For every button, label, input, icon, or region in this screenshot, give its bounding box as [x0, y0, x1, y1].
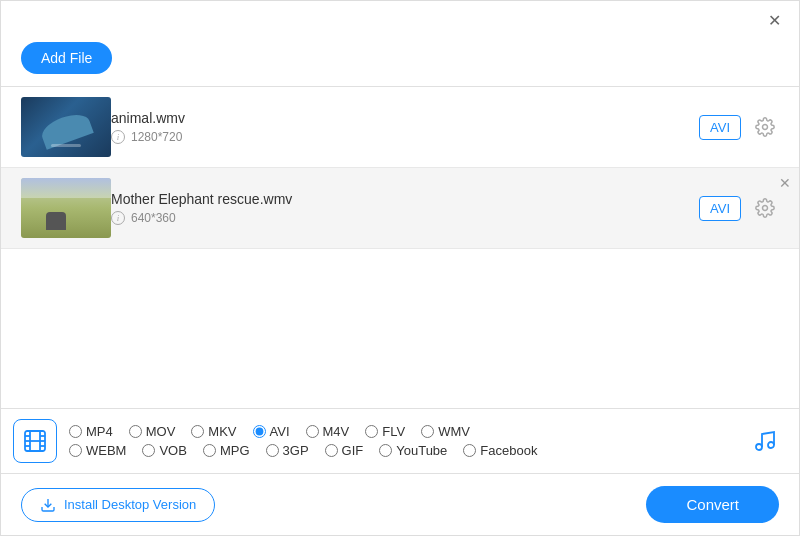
table-row: animal.wmv i 1280*720 AVI — [1, 87, 799, 168]
radio-youtube[interactable]: YouTube — [379, 443, 447, 458]
install-desktop-button[interactable]: Install Desktop Version — [21, 488, 215, 522]
format-options: MP4 MOV MKV AVI M4V FLV WM — [69, 424, 735, 458]
radio-vob[interactable]: VOB — [142, 443, 186, 458]
file-info: Mother Elephant rescue.wmv i 640*360 — [111, 191, 699, 225]
radio-facebook[interactable]: Facebook — [463, 443, 537, 458]
action-bar: Install Desktop Version Convert — [1, 474, 799, 535]
add-file-button[interactable]: Add File — [21, 42, 112, 74]
file-actions: AVI — [699, 113, 779, 141]
close-button[interactable]: ✕ — [762, 9, 787, 32]
item-close-button[interactable]: ✕ — [779, 176, 791, 190]
svg-point-10 — [756, 444, 762, 450]
bottom-section: MP4 MOV MKV AVI M4V FLV WM — [1, 408, 799, 535]
download-icon — [40, 497, 56, 513]
title-bar: ✕ — [1, 1, 799, 36]
install-label: Install Desktop Version — [64, 497, 196, 512]
file-name: animal.wmv — [111, 110, 699, 126]
radio-gif[interactable]: GIF — [325, 443, 364, 458]
radio-mpg[interactable]: MPG — [203, 443, 250, 458]
svg-point-0 — [763, 125, 768, 130]
svg-point-11 — [768, 442, 774, 448]
radio-flv[interactable]: FLV — [365, 424, 405, 439]
file-meta: i 1280*720 — [111, 130, 699, 144]
settings-icon[interactable] — [751, 113, 779, 141]
radio-m4v[interactable]: M4V — [306, 424, 350, 439]
audio-format-icon[interactable] — [743, 419, 787, 463]
format-badge[interactable]: AVI — [699, 115, 741, 140]
file-resolution: 1280*720 — [131, 130, 182, 144]
info-icon: i — [111, 130, 125, 144]
radio-wmv[interactable]: WMV — [421, 424, 470, 439]
table-row: Mother Elephant rescue.wmv i 640*360 AVI… — [1, 168, 799, 249]
radio-mp4[interactable]: MP4 — [69, 424, 113, 439]
radio-mkv[interactable]: MKV — [191, 424, 236, 439]
radio-mov[interactable]: MOV — [129, 424, 176, 439]
radio-avi[interactable]: AVI — [253, 424, 290, 439]
file-name: Mother Elephant rescue.wmv — [111, 191, 699, 207]
info-icon: i — [111, 211, 125, 225]
format-bar: MP4 MOV MKV AVI M4V FLV WM — [1, 408, 799, 474]
file-meta: i 640*360 — [111, 211, 699, 225]
format-badge[interactable]: AVI — [699, 196, 741, 221]
convert-button[interactable]: Convert — [646, 486, 779, 523]
settings-icon[interactable] — [751, 194, 779, 222]
file-thumbnail — [21, 97, 111, 157]
file-resolution: 640*360 — [131, 211, 176, 225]
video-format-icon[interactable] — [13, 419, 57, 463]
file-info: animal.wmv i 1280*720 — [111, 110, 699, 144]
file-thumbnail — [21, 178, 111, 238]
file-actions: AVI — [699, 194, 779, 222]
file-list: animal.wmv i 1280*720 AVI Mother Elephan… — [1, 87, 799, 249]
svg-point-1 — [763, 206, 768, 211]
header: Add File — [1, 36, 799, 86]
format-row-2: WEBM VOB MPG 3GP GIF YouTube — [69, 443, 735, 458]
radio-webm[interactable]: WEBM — [69, 443, 126, 458]
radio-3gp[interactable]: 3GP — [266, 443, 309, 458]
format-row-1: MP4 MOV MKV AVI M4V FLV WM — [69, 424, 735, 439]
